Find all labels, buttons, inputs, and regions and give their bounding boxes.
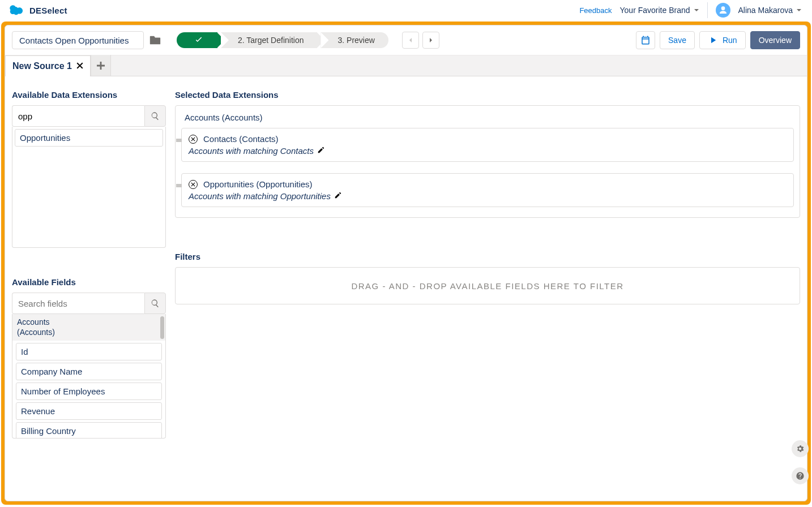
tab-add-button[interactable] bbox=[91, 55, 111, 76]
tab-close-button[interactable] bbox=[76, 61, 83, 71]
salesforce-cloud-icon bbox=[9, 5, 25, 16]
overview-label: Overview bbox=[759, 36, 792, 45]
org-switcher[interactable]: Your Favorite Brand bbox=[620, 6, 699, 15]
fields-list: Accounts (Accounts) Id Company Name Numb… bbox=[12, 314, 166, 439]
de-search-button[interactable] bbox=[144, 105, 166, 127]
remove-opportunities-button[interactable] bbox=[189, 180, 198, 189]
feedback-link[interactable]: Feedback bbox=[579, 6, 612, 15]
chevron-down-icon bbox=[694, 7, 699, 13]
step-2-label: 2. Target Definition bbox=[238, 36, 304, 45]
fields-search-input[interactable] bbox=[12, 293, 144, 314]
user-name: Alina Makarova bbox=[738, 6, 793, 15]
avatar[interactable] bbox=[716, 3, 730, 18]
relation-label: Accounts with matching Opportunities bbox=[189, 191, 331, 201]
available-fields-title: Available Fields bbox=[12, 277, 166, 287]
selection-name[interactable]: Contacts Open Opportunities bbox=[12, 31, 144, 49]
source-tabs: New Source 1 bbox=[5, 55, 807, 76]
tab-source-1[interactable]: New Source 1 bbox=[5, 55, 91, 76]
tab-label: New Source 1 bbox=[12, 61, 72, 71]
step-2[interactable]: 2. Target Definition bbox=[221, 32, 317, 48]
settings-fab[interactable] bbox=[792, 440, 809, 457]
play-icon bbox=[708, 35, 718, 45]
step-prev-button[interactable] bbox=[402, 32, 419, 49]
related-de-contacts: Contacts (Contacts) Accounts with matchi… bbox=[181, 128, 794, 162]
search-icon bbox=[151, 111, 160, 121]
related-de-opportunities: Opportunities (Opportunities) Accounts w… bbox=[181, 173, 794, 207]
remove-contacts-button[interactable] bbox=[189, 135, 198, 144]
overview-button[interactable]: Overview bbox=[750, 31, 800, 49]
question-icon bbox=[796, 471, 805, 480]
field-num-employees[interactable]: Number of Employees bbox=[16, 383, 162, 400]
step-path: 2. Target Definition 3. Preview bbox=[177, 32, 392, 48]
related-de-title: Contacts (Contacts) bbox=[203, 134, 279, 144]
search-icon bbox=[151, 299, 160, 308]
app-frame: Contacts Open Opportunities 2. Target De… bbox=[1, 22, 811, 505]
de-search-input[interactable] bbox=[12, 105, 144, 127]
filters-dropzone[interactable]: DRAG - AND - DROP AVAILABLE FIELDS HERE … bbox=[175, 267, 800, 304]
check-icon bbox=[194, 35, 204, 45]
user-menu[interactable]: Alina Makarova bbox=[738, 6, 802, 15]
brand-name: DESelect bbox=[29, 6, 67, 15]
field-company-name[interactable]: Company Name bbox=[16, 363, 162, 380]
save-label: Save bbox=[668, 36, 686, 45]
save-button[interactable]: Save bbox=[660, 31, 695, 49]
field-id[interactable]: Id bbox=[16, 343, 162, 360]
selected-de-panel: Accounts (Accounts) Contacts (Contacts) … bbox=[175, 105, 800, 218]
calendar-icon bbox=[640, 35, 651, 45]
edit-relation-button[interactable] bbox=[334, 191, 342, 201]
connector bbox=[176, 139, 182, 142]
app-toolbar: Contacts Open Opportunities 2. Target De… bbox=[5, 25, 807, 55]
fields-search-button[interactable] bbox=[144, 293, 166, 314]
help-fab[interactable] bbox=[792, 467, 809, 484]
chevron-down-icon bbox=[796, 7, 802, 13]
step-3[interactable]: 3. Preview bbox=[320, 32, 388, 48]
available-de-title: Available Data Extensions bbox=[12, 90, 166, 100]
fields-group-header: Accounts (Accounts) bbox=[12, 314, 165, 341]
folder-button[interactable] bbox=[148, 33, 162, 47]
step-1-complete[interactable] bbox=[177, 32, 217, 48]
edit-relation-button[interactable] bbox=[317, 146, 325, 156]
divider bbox=[707, 2, 708, 18]
brand: DESelect bbox=[5, 5, 67, 16]
schedule-button[interactable] bbox=[636, 31, 655, 49]
connector bbox=[176, 184, 182, 187]
parent-de-label: Accounts (Accounts) bbox=[185, 113, 793, 122]
related-de-title: Opportunities (Opportunities) bbox=[203, 179, 313, 189]
run-button[interactable]: Run bbox=[699, 31, 746, 49]
step-next-button[interactable] bbox=[422, 32, 439, 49]
step-3-label: 3. Preview bbox=[337, 36, 374, 45]
gear-icon bbox=[796, 444, 805, 453]
org-switcher-label: Your Favorite Brand bbox=[620, 6, 690, 15]
field-billing-country[interactable]: Billing Country bbox=[16, 422, 162, 439]
filters-title: Filters bbox=[175, 252, 800, 261]
filters-placeholder: DRAG - AND - DROP AVAILABLE FIELDS HERE … bbox=[351, 281, 623, 291]
field-revenue[interactable]: Revenue bbox=[16, 402, 162, 420]
scrollbar[interactable] bbox=[160, 316, 164, 339]
relation-label: Accounts with matching Contacts bbox=[189, 146, 314, 156]
run-label: Run bbox=[723, 36, 737, 45]
global-header: DESelect Feedback Your Favorite Brand Al… bbox=[0, 0, 812, 22]
de-item-opportunities[interactable]: Opportunities bbox=[15, 129, 163, 147]
de-results: Opportunities bbox=[12, 127, 166, 248]
selected-de-title: Selected Data Extensions bbox=[175, 90, 800, 100]
